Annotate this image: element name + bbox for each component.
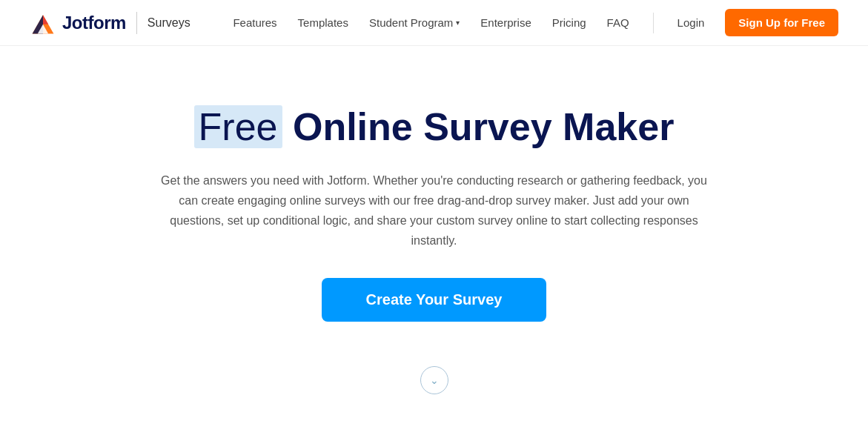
login-button[interactable]: Login — [677, 16, 705, 29]
hero-title-rest: Online Survey Maker — [293, 105, 674, 148]
chevron-down-icon: ▾ — [456, 19, 460, 27]
logo[interactable]: Jotform Surveys — [30, 10, 191, 36]
hero-section: Free Online Survey Maker Get the answers… — [0, 46, 868, 424]
logo-divider — [136, 12, 137, 34]
nav-student-program-label: Student Program — [369, 16, 453, 29]
svg-marker-2 — [43, 15, 48, 24]
hero-title-free: Free — [194, 105, 282, 148]
scroll-indicator[interactable]: ⌄ — [420, 366, 448, 394]
nav-templates[interactable]: Templates — [298, 16, 348, 29]
nav-student-program[interactable]: Student Program ▾ — [369, 16, 460, 29]
header: Jotform Surveys Features Templates Stude… — [0, 0, 868, 46]
hero-description: Get the answers you need with Jotform. W… — [153, 170, 716, 251]
scroll-circle[interactable]: ⌄ — [420, 366, 448, 394]
nav-faq[interactable]: FAQ — [607, 16, 629, 29]
logo-product-text: Surveys — [148, 16, 191, 30]
nav-divider — [653, 13, 654, 33]
create-survey-button[interactable]: Create Your Survey — [322, 278, 547, 322]
hero-title: Free Online Survey Maker — [194, 105, 675, 150]
main-nav: Features Templates Student Program ▾ Ent… — [233, 9, 838, 36]
jotform-logo-icon — [30, 10, 56, 36]
nav-features[interactable]: Features — [233, 16, 276, 29]
logo-brand-text: Jotform — [62, 13, 126, 33]
nav-enterprise[interactable]: Enterprise — [480, 16, 531, 29]
signup-button[interactable]: Sign Up for Free — [725, 9, 838, 36]
chevron-down-icon: ⌄ — [430, 375, 439, 385]
nav-pricing[interactable]: Pricing — [552, 16, 586, 29]
